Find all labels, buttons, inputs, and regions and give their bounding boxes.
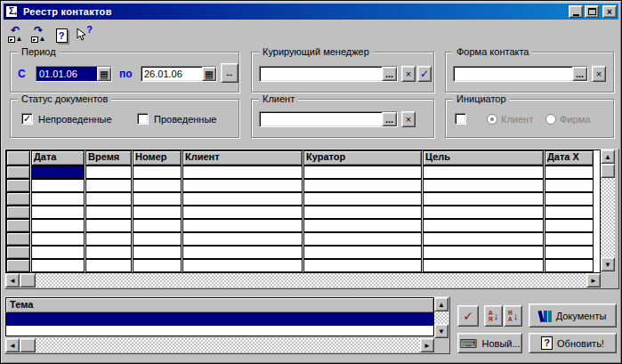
- table-cell[interactable]: [423, 166, 544, 179]
- help-button[interactable]: ?: [53, 25, 70, 43]
- theme-row[interactable]: [5, 326, 434, 336]
- table-cell[interactable]: [85, 246, 132, 259]
- table-cell[interactable]: [423, 259, 544, 272]
- scroll-up-button[interactable]: ▲: [601, 150, 615, 164]
- table-cell[interactable]: [303, 232, 422, 246]
- scroll-down-button[interactable]: ▼: [434, 324, 448, 338]
- table-cell[interactable]: [85, 206, 132, 219]
- table-cell[interactable]: [423, 179, 544, 192]
- theme-horizontal-scrollbar[interactable]: ◄ ►: [5, 338, 434, 353]
- row-selector[interactable]: [6, 206, 30, 219]
- date-to-input[interactable]: [141, 67, 202, 81]
- row-selector[interactable]: [6, 192, 30, 206]
- confirm-button[interactable]: ✓: [457, 305, 479, 327]
- table-cell[interactable]: [85, 259, 132, 272]
- scroll-left-button[interactable]: ◄: [5, 273, 20, 287]
- table-cell[interactable]: [133, 179, 182, 192]
- vertical-scroll-track[interactable]: [434, 311, 448, 324]
- posted-checkbox[interactable]: [137, 113, 149, 125]
- table-cell[interactable]: [182, 219, 303, 232]
- table-vertical-scrollbar[interactable]: ▲ ▼: [601, 150, 616, 271]
- manager-apply-button[interactable]: ✓: [417, 66, 432, 82]
- table-cell[interactable]: [182, 246, 303, 259]
- table-cell[interactable]: [182, 166, 303, 179]
- title-bar[interactable]: Σ+ Реестр контактов ×: [4, 4, 618, 20]
- horizontal-scroll-thumb[interactable]: [20, 338, 36, 352]
- table-cell[interactable]: [545, 219, 594, 232]
- table-cell[interactable]: [31, 192, 85, 206]
- table-cell[interactable]: [31, 179, 85, 192]
- row-selector[interactable]: [6, 179, 30, 192]
- period-range-button[interactable]: ↔: [221, 63, 238, 83]
- date-to-calendar-button[interactable]: ▦: [202, 67, 216, 81]
- table-cell[interactable]: [182, 192, 303, 206]
- table-cell[interactable]: [545, 246, 594, 259]
- row-selector[interactable]: [6, 259, 30, 272]
- table-cell[interactable]: [423, 232, 544, 246]
- row-selector[interactable]: [6, 246, 30, 259]
- table-cell[interactable]: [85, 166, 132, 179]
- table-cell[interactable]: [133, 206, 182, 219]
- horizontal-scroll-track[interactable]: [36, 273, 586, 287]
- table-cell[interactable]: [182, 206, 303, 219]
- table-cell[interactable]: [182, 232, 303, 246]
- close-button[interactable]: ×: [602, 5, 617, 18]
- table-cell[interactable]: [85, 219, 132, 232]
- manager-clear-button[interactable]: ×: [401, 66, 416, 82]
- table-cell[interactable]: [545, 206, 594, 219]
- table-cell[interactable]: [303, 179, 422, 192]
- client-clear-button[interactable]: ×: [401, 111, 416, 127]
- scroll-right-button[interactable]: ►: [586, 273, 601, 287]
- table-cell[interactable]: [303, 246, 422, 259]
- vertical-scroll-thumb[interactable]: [601, 164, 615, 178]
- table-cell[interactable]: [303, 192, 422, 206]
- table-cell[interactable]: [31, 259, 85, 272]
- table-cell[interactable]: [545, 259, 594, 272]
- scroll-left-button[interactable]: ◄: [5, 338, 20, 352]
- scroll-up-button[interactable]: ▲: [434, 297, 448, 311]
- context-help-button[interactable]: ?: [76, 25, 93, 43]
- next-interval-button[interactable]: ↷ ▲: [29, 25, 47, 43]
- row-selector[interactable]: [6, 219, 30, 232]
- table-cell[interactable]: [423, 192, 544, 206]
- table-cell[interactable]: [85, 232, 132, 246]
- client-input[interactable]: [260, 112, 382, 126]
- client-browse-button[interactable]: ...: [382, 112, 397, 126]
- contact-form-input[interactable]: [454, 67, 572, 81]
- table-cell[interactable]: [31, 246, 85, 259]
- sort-descending-button[interactable]: ЯА ↓: [504, 305, 522, 327]
- minimize-button[interactable]: [569, 5, 583, 18]
- sort-ascending-button[interactable]: АЯ ↓: [484, 305, 503, 327]
- table-cell[interactable]: [133, 232, 182, 246]
- table-cell[interactable]: [545, 179, 594, 192]
- table-cell[interactable]: [423, 219, 544, 232]
- table-cell[interactable]: [182, 259, 303, 272]
- date-from-calendar-button[interactable]: ▦: [97, 67, 111, 81]
- horizontal-scroll-thumb[interactable]: [20, 273, 36, 287]
- table-cell[interactable]: [545, 192, 594, 206]
- table-cell[interactable]: [182, 179, 303, 192]
- prev-interval-button[interactable]: ↶ ▲: [6, 25, 24, 43]
- table-cell[interactable]: [545, 232, 594, 246]
- contact-form-browse-button[interactable]: ...: [572, 67, 587, 81]
- vertical-scroll-track[interactable]: [601, 178, 615, 257]
- row-selector[interactable]: [6, 166, 30, 179]
- table-cell[interactable]: [423, 206, 544, 219]
- table-cell[interactable]: [31, 206, 85, 219]
- table-cell[interactable]: [545, 166, 594, 179]
- initiator-client-radio[interactable]: [487, 114, 497, 125]
- initiator-checkbox[interactable]: [455, 113, 466, 125]
- table-cell[interactable]: [303, 206, 422, 219]
- theme-selected-row[interactable]: [5, 312, 434, 326]
- row-selector[interactable]: [6, 232, 30, 246]
- unposted-checkbox[interactable]: ✓: [21, 113, 33, 125]
- table-cell[interactable]: [303, 166, 422, 179]
- scroll-down-button[interactable]: ▼: [601, 257, 615, 271]
- table-cell[interactable]: [133, 166, 182, 179]
- table-cell[interactable]: [85, 179, 132, 192]
- table-cell[interactable]: [423, 246, 544, 259]
- initiator-firm-radio[interactable]: [545, 114, 556, 125]
- table-cell[interactable]: [133, 192, 182, 206]
- table-cell[interactable]: [133, 219, 182, 232]
- table-cell[interactable]: [31, 219, 85, 232]
